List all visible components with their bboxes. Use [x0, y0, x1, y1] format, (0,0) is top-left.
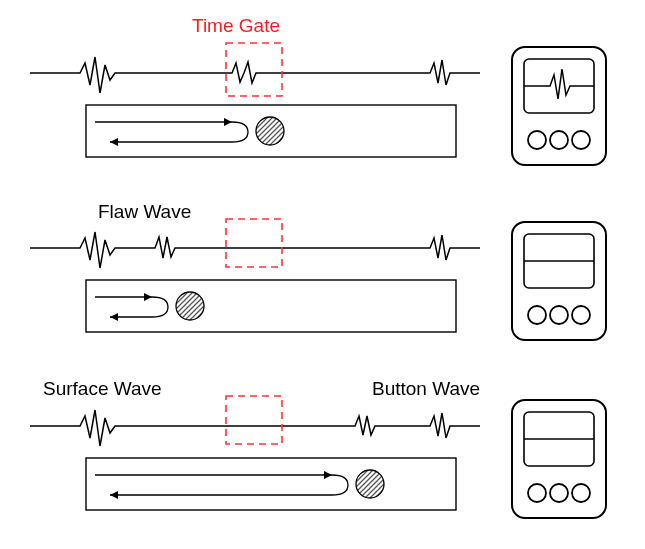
- flaw-icon: [356, 470, 384, 498]
- device-button-icon: [550, 306, 568, 324]
- device-icon: [510, 45, 610, 170]
- svg-rect-4: [226, 396, 282, 444]
- time-gate-box: [225, 395, 283, 445]
- device-button-icon: [528, 306, 546, 324]
- arrowhead-icon: [224, 118, 232, 126]
- device-button-icon: [572, 306, 590, 324]
- flaw-icon: [256, 117, 284, 145]
- flaw-wave-label: Flaw Wave: [98, 201, 191, 223]
- test-block: [86, 280, 456, 332]
- device-button-icon: [528, 131, 546, 149]
- device-icon: [510, 220, 610, 345]
- surface-wave-label: Surface Wave: [43, 378, 162, 400]
- device-button-icon: [550, 484, 568, 502]
- svg-rect-1: [512, 47, 606, 165]
- device-button-icon: [572, 484, 590, 502]
- return-arrow: [110, 122, 248, 142]
- time-gate-label: Time Gate: [192, 15, 280, 37]
- svg-rect-2: [226, 219, 282, 267]
- arrowhead-icon: [324, 471, 332, 479]
- svg-rect-3: [512, 222, 606, 340]
- svg-rect-0: [226, 43, 282, 96]
- time-gate-box: [225, 218, 283, 268]
- device-button-icon: [528, 484, 546, 502]
- arrowhead-icon: [110, 313, 118, 321]
- time-gate-box: [225, 42, 283, 97]
- button-wave-label: Button Wave: [372, 378, 480, 400]
- arrowhead-icon: [110, 491, 118, 499]
- flaw-icon: [176, 292, 204, 320]
- device-screen-signal: [524, 69, 594, 99]
- device-button-icon: [550, 131, 568, 149]
- test-block: [86, 458, 456, 510]
- return-arrow: [110, 297, 168, 317]
- device-button-icon: [572, 131, 590, 149]
- return-arrow: [110, 475, 348, 495]
- device-icon: [510, 398, 610, 523]
- svg-rect-5: [512, 400, 606, 518]
- arrowhead-icon: [110, 138, 118, 146]
- arrowhead-icon: [144, 293, 152, 301]
